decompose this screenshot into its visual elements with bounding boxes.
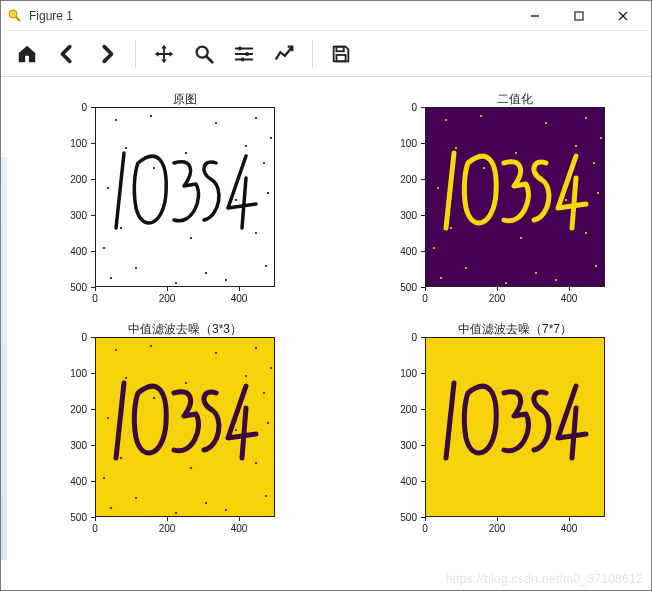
svg-point-33 [175,282,177,284]
svg-point-74 [120,456,122,458]
svg-point-51 [520,237,522,239]
svg-point-52 [585,232,587,234]
svg-point-50 [450,227,452,229]
svg-point-65 [215,351,217,353]
svg-point-25 [267,192,269,194]
watermark-text: https://blog.csdn.net/m0_37108612 [446,572,643,586]
svg-point-67 [125,376,127,378]
plot-image [95,107,275,287]
svg-point-53 [465,267,467,269]
svg-point-55 [595,265,597,267]
plot-image [95,337,275,517]
ytick-label: 500 [400,282,417,293]
svg-point-28 [255,232,257,234]
ytick-label: 200 [70,174,87,185]
xtick-label: 0 [422,523,428,534]
svg-point-18 [255,117,257,119]
subplot-1: 原图01002003004005000200400 [11,107,311,331]
svg-point-73 [267,421,269,423]
svg-point-29 [135,267,137,269]
svg-point-81 [175,511,177,513]
subplot-2: 二值化01002003004005000200400 [341,107,641,331]
ytick-label: 300 [400,210,417,221]
svg-point-26 [120,227,122,229]
svg-point-36 [263,162,265,164]
ytick-label: 400 [400,475,417,486]
svg-point-30 [205,272,207,274]
svg-point-35 [153,167,155,169]
ytick-label: 500 [400,511,417,522]
ytick-label: 500 [70,511,87,522]
svg-point-44 [515,152,517,154]
xtick-label: 400 [561,293,578,304]
ytick-label: 400 [70,475,87,486]
svg-point-75 [190,466,192,468]
svg-point-66 [255,346,257,348]
ytick-label: 0 [411,102,417,113]
xtick-label: 200 [489,293,506,304]
svg-point-79 [265,494,267,496]
xtick-label: 0 [92,523,98,534]
svg-point-63 [115,348,117,350]
figure-canvas[interactable]: 原图01002003004005000200400二值化010020030040… [1,77,651,590]
svg-point-39 [445,119,447,121]
xtick-label: 400 [231,523,248,534]
svg-point-58 [555,279,557,281]
svg-point-17 [215,122,217,124]
subplot-title: 原图 [95,91,275,108]
svg-point-68 [185,381,187,383]
svg-point-82 [225,508,227,510]
svg-point-45 [575,145,577,147]
ytick-label: 300 [70,439,87,450]
ytick-label: 100 [400,367,417,378]
svg-point-61 [433,247,435,249]
svg-point-77 [135,496,137,498]
svg-point-70 [107,416,109,418]
ytick-label: 200 [70,403,87,414]
ytick-label: 400 [70,246,87,257]
svg-point-59 [483,167,485,169]
ytick-label: 100 [70,138,87,149]
svg-point-76 [255,461,257,463]
svg-point-85 [103,476,105,478]
svg-point-21 [245,145,247,147]
ytick-label: 200 [400,403,417,414]
svg-point-49 [597,192,599,194]
svg-point-78 [205,501,207,503]
svg-point-48 [565,199,567,201]
xtick-label: 200 [159,293,176,304]
plot-image [425,107,605,287]
left-edge-ghost [1,157,7,560]
ytick-label: 300 [70,210,87,221]
svg-point-46 [437,187,439,189]
svg-point-60 [593,162,595,164]
svg-point-80 [110,506,112,508]
ytick-label: 0 [81,331,87,342]
ytick-label: 500 [70,282,87,293]
svg-point-40 [480,115,482,117]
subplot-title: 中值滤波去噪（7*7） [425,321,605,338]
svg-point-62 [600,137,602,139]
svg-point-31 [265,265,267,267]
svg-point-32 [110,277,112,279]
svg-point-15 [115,119,117,121]
xtick-label: 0 [92,293,98,304]
subplot-title: 二值化 [425,91,605,108]
svg-point-43 [455,147,457,149]
ytick-label: 200 [400,174,417,185]
svg-point-56 [440,277,442,279]
svg-point-27 [190,237,192,239]
svg-point-64 [150,344,152,346]
svg-point-24 [235,199,237,201]
svg-point-19 [125,147,127,149]
subplot-title: 中值滤波去噪（3*3） [95,321,275,338]
ytick-label: 100 [400,138,417,149]
svg-point-83 [153,396,155,398]
xtick-label: 200 [159,523,176,534]
svg-point-54 [535,272,537,274]
xtick-label: 200 [489,523,506,534]
svg-point-34 [225,279,227,281]
svg-point-84 [263,391,265,393]
svg-point-57 [505,282,507,284]
xtick-label: 400 [231,293,248,304]
